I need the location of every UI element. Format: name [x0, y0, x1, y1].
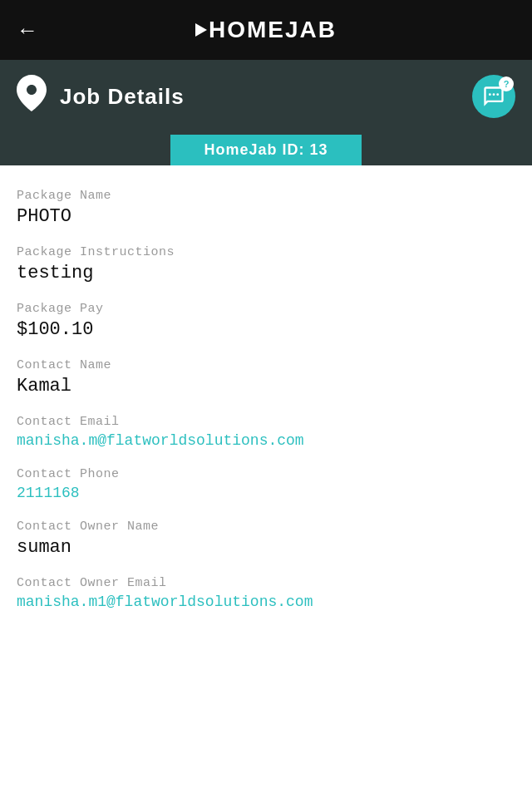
page-title: Job Details — [60, 84, 185, 110]
app-logo: HOMEJAB — [195, 17, 337, 43]
field-value-1: testing — [17, 263, 515, 283]
content-area: Package NamePHOTOPackage Instructionstes… — [0, 165, 532, 610]
svg-point-0 — [489, 93, 491, 96]
homejab-id-badge: HomeJab ID: 13 — [170, 135, 361, 165]
field-value-2: $100.10 — [17, 319, 515, 340]
svg-point-1 — [493, 93, 495, 96]
field-block-0: Package NamePHOTO — [17, 189, 515, 227]
field-label-1: Package Instructions — [17, 245, 515, 259]
field-block-1: Package Instructionstesting — [17, 245, 515, 283]
back-button[interactable]: ← — [17, 17, 38, 43]
field-value-0: PHOTO — [17, 206, 515, 227]
field-value-3: Kamal — [17, 376, 515, 397]
field-value-6: suman — [17, 537, 515, 558]
field-label-4: Contact Email — [17, 415, 515, 429]
id-badge-container: HomeJab ID: 13 — [0, 135, 532, 165]
field-block-4: Contact Emailmanisha.m@flatworldsolution… — [17, 415, 515, 449]
field-block-2: Package Pay$100.10 — [17, 302, 515, 340]
field-block-6: Contact Owner Namesuman — [17, 520, 515, 558]
field-label-0: Package Name — [17, 189, 515, 203]
svg-point-2 — [496, 93, 499, 96]
field-block-7: Contact Owner Emailmanisha.m1@flatworlds… — [17, 576, 515, 610]
field-label-3: Contact Name — [17, 358, 515, 372]
header-section: Job Details ? — [0, 60, 532, 135]
field-label-6: Contact Owner Name — [17, 520, 515, 534]
chat-button[interactable]: ? — [472, 75, 515, 118]
location-icon — [17, 75, 47, 118]
play-icon — [195, 23, 207, 37]
chat-badge: ? — [499, 76, 514, 91]
field-value-5[interactable]: 2111168 — [17, 485, 515, 501]
top-nav: ← HOMEJAB — [0, 0, 532, 60]
header-left: Job Details — [17, 75, 185, 118]
field-block-3: Contact NameKamal — [17, 358, 515, 397]
field-value-4[interactable]: manisha.m@flatworldsolutions.com — [17, 432, 515, 449]
field-label-5: Contact Phone — [17, 467, 515, 481]
field-block-5: Contact Phone2111168 — [17, 467, 515, 501]
field-label-7: Contact Owner Email — [17, 576, 515, 590]
field-label-2: Package Pay — [17, 302, 515, 316]
field-value-7[interactable]: manisha.m1@flatworldsolutions.com — [17, 594, 515, 610]
